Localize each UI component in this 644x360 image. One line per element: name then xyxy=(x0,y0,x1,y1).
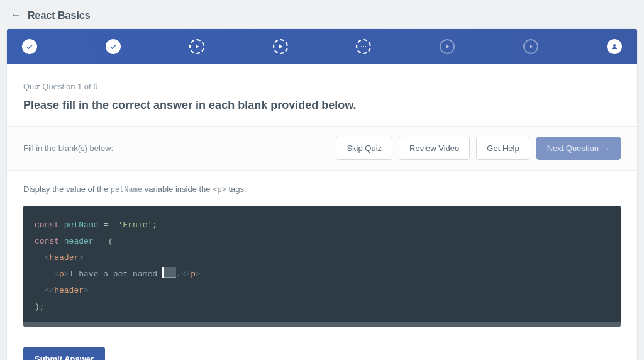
user-icon xyxy=(611,43,618,50)
review-video-button[interactable]: Review Video xyxy=(399,137,470,160)
next-question-label: Next Question xyxy=(547,143,599,153)
progress-step-7[interactable] xyxy=(523,39,538,54)
skip-quiz-button[interactable]: Skip Quiz xyxy=(336,137,392,160)
play-icon xyxy=(193,43,201,50)
svg-point-2 xyxy=(365,46,366,47)
question-mid: variable inside the xyxy=(142,184,213,194)
progress-step-6[interactable] xyxy=(440,39,455,54)
arrow-right-icon: → xyxy=(602,144,610,153)
quiz-instruction: Please fill in the correct answer in eac… xyxy=(23,99,621,112)
play-icon xyxy=(443,43,451,50)
back-arrow-icon[interactable]: ← xyxy=(10,9,21,22)
submit-answer-button[interactable]: Submit Answer xyxy=(23,347,105,360)
progress-step-1[interactable] xyxy=(22,39,37,54)
page-title: React Basics xyxy=(28,10,91,21)
code-footer-bar xyxy=(23,322,621,327)
code-line-5: </header> xyxy=(35,283,609,299)
svg-point-0 xyxy=(361,46,362,47)
play-icon xyxy=(277,43,284,50)
code-line-1: const petName = 'Ernie'; xyxy=(35,217,609,233)
code-line-4: <p>I have a pet named .</p> xyxy=(35,266,609,283)
quiz-header: Quiz Question 1 of 6 Please fill in the … xyxy=(7,64,637,127)
check-icon xyxy=(26,43,33,50)
question-tag: <p> xyxy=(213,186,226,194)
progress-bar xyxy=(7,29,637,64)
main-card: Quiz Question 1 of 6 Please fill in the … xyxy=(6,28,638,360)
code-line-3: <header> xyxy=(35,250,609,266)
question-text: Display the value of the petName variabl… xyxy=(23,184,621,194)
svg-point-1 xyxy=(363,46,364,47)
action-row: Fill in the blank(s) below: Skip Quiz Re… xyxy=(7,127,637,171)
code-line-6: ); xyxy=(35,299,609,315)
blank-input[interactable] xyxy=(162,267,176,278)
question-var: petName xyxy=(111,186,142,194)
question-prefix: Display the value of the xyxy=(23,184,111,194)
submit-area: Submit Answer xyxy=(7,335,637,360)
next-question-button: Next Question → xyxy=(536,137,621,160)
progress-step-3[interactable] xyxy=(189,39,204,54)
get-help-button[interactable]: Get Help xyxy=(476,137,530,160)
code-block: const petName = 'Ernie'; const header = … xyxy=(23,206,621,327)
check-icon xyxy=(109,43,117,50)
progress-step-4[interactable] xyxy=(273,39,288,54)
progress-step-2[interactable] xyxy=(106,39,121,54)
action-buttons: Skip Quiz Review Video Get Help Next Que… xyxy=(336,137,621,160)
dots-icon xyxy=(360,43,367,50)
question-suffix: tags. xyxy=(226,184,247,194)
progress-step-8[interactable] xyxy=(607,39,622,54)
code-line-2: const header = ( xyxy=(35,233,609,250)
play-icon xyxy=(527,43,535,50)
progress-step-5[interactable] xyxy=(356,39,371,54)
blank-cursor xyxy=(162,267,164,278)
page-header: ← React Basics xyxy=(0,0,644,28)
quiz-counter: Quiz Question 1 of 6 xyxy=(23,82,621,91)
question-area: Display the value of the petName variabl… xyxy=(7,171,637,335)
fill-label: Fill in the blank(s) below: xyxy=(23,143,113,153)
